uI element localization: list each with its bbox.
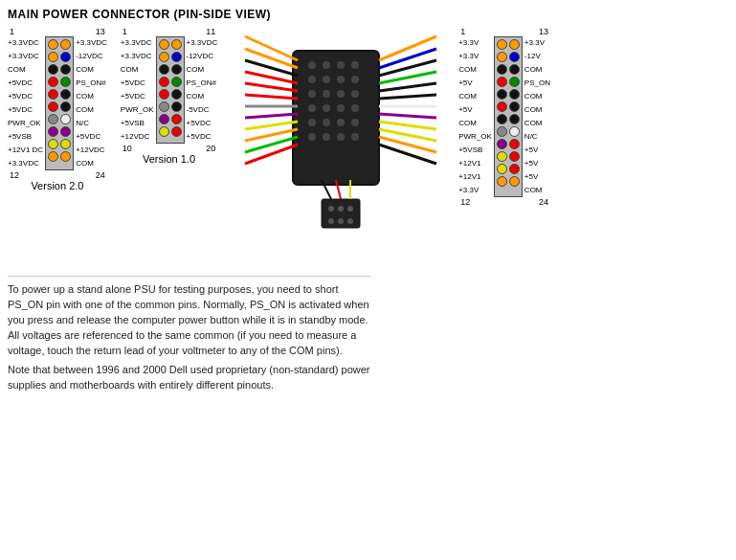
svg-line-21	[379, 122, 436, 129]
svg-point-51	[338, 206, 344, 212]
svg-point-38	[323, 104, 330, 112]
version20-diagram: 1 13 +3.3VDC +3.3VDC COM +5VDC +5VDC +5V…	[8, 27, 107, 191]
v20-col1	[48, 39, 58, 168]
svg-line-1	[245, 36, 298, 60]
svg-point-42	[323, 119, 330, 126]
svg-point-37	[308, 104, 316, 112]
v10-left-labels: +3.3VDC +3.3VDC COM +5VDC +5VDC PWR_OK +…	[121, 36, 156, 144]
svg-point-36	[351, 90, 359, 98]
page-title: MAIN POWER CONNECTOR (PIN-SIDE VIEW)	[8, 8, 728, 21]
svg-line-20	[379, 114, 436, 118]
svg-rect-0	[293, 51, 379, 185]
v20-col2	[60, 39, 71, 168]
svg-line-9	[245, 122, 298, 129]
svg-point-40	[351, 104, 359, 112]
v20-pins-box	[45, 36, 74, 170]
body-paragraph-1: To power up a stand alone PSU for testin…	[8, 282, 371, 359]
svg-point-52	[347, 206, 353, 212]
svg-line-6	[245, 95, 298, 99]
svg-point-31	[337, 76, 345, 83]
rd-top-numbers: 1 13	[458, 27, 550, 36]
v20-left-labels: +3.3VDC +3.3VDC COM +5VDC +5VDC +5VDC PW…	[8, 36, 45, 170]
v10-pins-box	[156, 36, 185, 144]
svg-point-29	[308, 76, 316, 83]
svg-point-27	[337, 61, 345, 69]
svg-line-5	[245, 83, 298, 91]
svg-line-2	[245, 49, 298, 68]
svg-point-54	[338, 218, 344, 224]
svg-line-12	[245, 145, 298, 164]
svg-point-41	[308, 119, 316, 126]
rd-pins-box	[494, 36, 523, 197]
svg-point-43	[337, 119, 345, 126]
svg-point-44	[351, 119, 359, 126]
svg-line-18	[379, 95, 436, 99]
svg-line-17	[379, 83, 436, 91]
connector-photo-svg	[235, 32, 446, 271]
svg-point-55	[347, 218, 353, 224]
v20-label: Version 2.0	[31, 180, 83, 191]
v10-col1	[159, 39, 169, 141]
body-text-section: To power up a stand alone PSU for testin…	[8, 276, 371, 397]
rd-col1	[497, 39, 507, 194]
rd-right-labels: +3.3V -12V COM PS_ON COM COM COM N/C +5V…	[523, 36, 550, 197]
diagrams-wrapper: 1 13 +3.3VDC +3.3VDC COM +5VDC +5VDC +5V…	[8, 27, 728, 276]
v10-top-numbers: 1 11	[121, 27, 217, 36]
v10-bottom-numbers: 10 20	[121, 144, 217, 153]
v20-bottom-numbers: 12 24	[8, 170, 107, 180]
svg-point-53	[328, 218, 334, 224]
svg-point-25	[308, 61, 316, 69]
svg-point-28	[351, 61, 359, 69]
svg-line-24	[379, 145, 436, 164]
v20-right-labels: +3.3VDC -12VDC COM PS_ON# COM COM N/C +5…	[74, 36, 107, 170]
svg-line-13	[379, 36, 436, 60]
v10-col2	[171, 39, 182, 141]
svg-point-33	[308, 90, 316, 98]
v20-connector-table: +3.3VDC +3.3VDC COM +5VDC +5VDC +5VDC PW…	[8, 36, 107, 170]
svg-point-39	[337, 104, 345, 112]
rd-col2	[509, 39, 520, 194]
svg-line-14	[379, 49, 436, 68]
page-container: MAIN POWER CONNECTOR (PIN-SIDE VIEW) 1 1…	[0, 0, 736, 560]
v10-right-labels: +3.3VDC -12VDC COM PS_ON# COM -5VDC +5VD…	[185, 36, 218, 144]
svg-point-46	[323, 133, 330, 141]
svg-point-32	[351, 76, 359, 83]
svg-point-47	[337, 133, 345, 141]
v10-label: Version 1.0	[143, 153, 195, 165]
svg-point-45	[308, 133, 316, 141]
rd-left-labels: +3.3V +3.3V COM +5V COM +5V COM PWR_OK +…	[458, 36, 494, 197]
svg-point-35	[337, 90, 345, 98]
rd-bottom-numbers: 12 24	[458, 197, 550, 207]
connector-photo	[231, 27, 451, 276]
v20-top-numbers: 1 13	[8, 27, 107, 36]
right-diagram: 1 13 +3.3V +3.3V COM +5V COM +5V COM PWR…	[458, 27, 550, 207]
svg-point-30	[323, 76, 330, 83]
v10-connector-table: +3.3VDC +3.3VDC COM +5VDC +5VDC PWR_OK +…	[121, 36, 217, 144]
svg-line-8	[245, 114, 298, 118]
svg-point-26	[323, 61, 330, 69]
body-paragraph-2: Note that between 1996 and 2000 Dell use…	[8, 363, 371, 393]
svg-point-48	[351, 133, 359, 141]
rd-connector-table: +3.3V +3.3V COM +5V COM +5V COM PWR_OK +…	[458, 36, 550, 197]
version10-diagram: 1 11 +3.3VDC +3.3VDC COM +5VDC +5VDC PWR…	[121, 27, 217, 165]
svg-point-34	[323, 90, 330, 98]
svg-point-50	[328, 206, 334, 212]
